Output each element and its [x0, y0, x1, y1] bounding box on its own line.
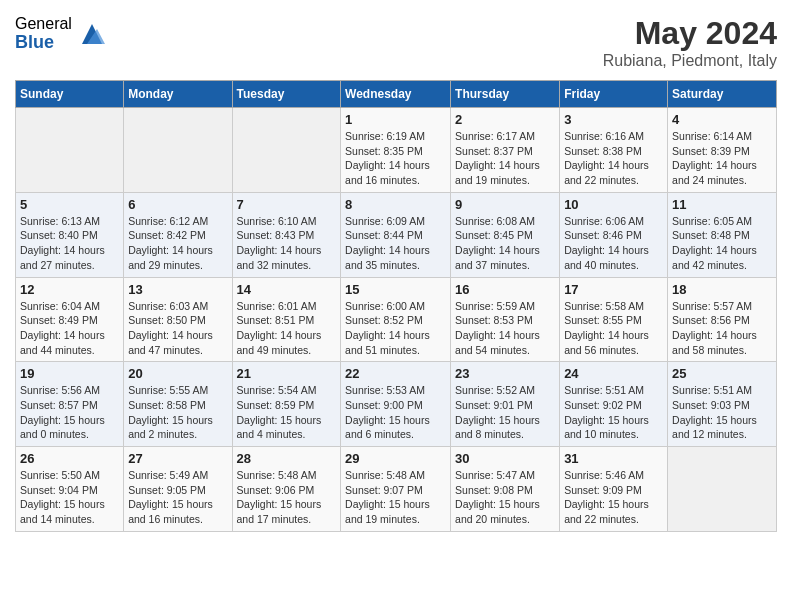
calendar-cell: 14Sunrise: 6:01 AMSunset: 8:51 PMDayligh…: [232, 277, 341, 362]
weekday-header-wednesday: Wednesday: [341, 81, 451, 108]
calendar-cell: 11Sunrise: 6:05 AMSunset: 8:48 PMDayligh…: [668, 192, 777, 277]
calendar-cell: 5Sunrise: 6:13 AMSunset: 8:40 PMDaylight…: [16, 192, 124, 277]
day-number: 1: [345, 112, 446, 127]
day-info: Sunrise: 6:04 AMSunset: 8:49 PMDaylight:…: [20, 299, 119, 358]
weekday-header-friday: Friday: [560, 81, 668, 108]
calendar-cell: 24Sunrise: 5:51 AMSunset: 9:02 PMDayligh…: [560, 362, 668, 447]
calendar-week-4: 19Sunrise: 5:56 AMSunset: 8:57 PMDayligh…: [16, 362, 777, 447]
day-info: Sunrise: 5:52 AMSunset: 9:01 PMDaylight:…: [455, 383, 555, 442]
day-number: 27: [128, 451, 227, 466]
day-number: 13: [128, 282, 227, 297]
calendar-cell: 31Sunrise: 5:46 AMSunset: 9:09 PMDayligh…: [560, 447, 668, 532]
day-info: Sunrise: 6:05 AMSunset: 8:48 PMDaylight:…: [672, 214, 772, 273]
calendar-cell: 16Sunrise: 5:59 AMSunset: 8:53 PMDayligh…: [451, 277, 560, 362]
day-info: Sunrise: 5:51 AMSunset: 9:02 PMDaylight:…: [564, 383, 663, 442]
day-info: Sunrise: 6:08 AMSunset: 8:45 PMDaylight:…: [455, 214, 555, 273]
day-number: 3: [564, 112, 663, 127]
day-info: Sunrise: 6:01 AMSunset: 8:51 PMDaylight:…: [237, 299, 337, 358]
day-number: 17: [564, 282, 663, 297]
day-number: 10: [564, 197, 663, 212]
day-info: Sunrise: 5:48 AMSunset: 9:07 PMDaylight:…: [345, 468, 446, 527]
calendar-cell: 20Sunrise: 5:55 AMSunset: 8:58 PMDayligh…: [124, 362, 232, 447]
calendar-cell: 13Sunrise: 6:03 AMSunset: 8:50 PMDayligh…: [124, 277, 232, 362]
day-number: 25: [672, 366, 772, 381]
day-number: 8: [345, 197, 446, 212]
day-number: 5: [20, 197, 119, 212]
subtitle: Rubiana, Piedmont, Italy: [603, 52, 777, 70]
calendar-cell: 1Sunrise: 6:19 AMSunset: 8:35 PMDaylight…: [341, 108, 451, 193]
calendar-cell: 12Sunrise: 6:04 AMSunset: 8:49 PMDayligh…: [16, 277, 124, 362]
calendar-cell: 23Sunrise: 5:52 AMSunset: 9:01 PMDayligh…: [451, 362, 560, 447]
calendar-cell: 3Sunrise: 6:16 AMSunset: 8:38 PMDaylight…: [560, 108, 668, 193]
day-number: 22: [345, 366, 446, 381]
calendar-cell: 27Sunrise: 5:49 AMSunset: 9:05 PMDayligh…: [124, 447, 232, 532]
weekday-header-row: SundayMondayTuesdayWednesdayThursdayFrid…: [16, 81, 777, 108]
logo: General Blue: [15, 15, 107, 52]
day-number: 18: [672, 282, 772, 297]
calendar-cell: 4Sunrise: 6:14 AMSunset: 8:39 PMDaylight…: [668, 108, 777, 193]
weekday-header-thursday: Thursday: [451, 81, 560, 108]
day-info: Sunrise: 6:12 AMSunset: 8:42 PMDaylight:…: [128, 214, 227, 273]
day-info: Sunrise: 6:00 AMSunset: 8:52 PMDaylight:…: [345, 299, 446, 358]
logo-icon: [77, 19, 107, 49]
calendar-week-5: 26Sunrise: 5:50 AMSunset: 9:04 PMDayligh…: [16, 447, 777, 532]
day-number: 2: [455, 112, 555, 127]
calendar-cell: 22Sunrise: 5:53 AMSunset: 9:00 PMDayligh…: [341, 362, 451, 447]
day-number: 21: [237, 366, 337, 381]
calendar-cell: [124, 108, 232, 193]
calendar-cell: [16, 108, 124, 193]
calendar-cell: 17Sunrise: 5:58 AMSunset: 8:55 PMDayligh…: [560, 277, 668, 362]
day-number: 23: [455, 366, 555, 381]
calendar-cell: 10Sunrise: 6:06 AMSunset: 8:46 PMDayligh…: [560, 192, 668, 277]
day-number: 24: [564, 366, 663, 381]
calendar-cell: 29Sunrise: 5:48 AMSunset: 9:07 PMDayligh…: [341, 447, 451, 532]
calendar-table: SundayMondayTuesdayWednesdayThursdayFrid…: [15, 80, 777, 532]
calendar-cell: 19Sunrise: 5:56 AMSunset: 8:57 PMDayligh…: [16, 362, 124, 447]
day-number: 9: [455, 197, 555, 212]
day-info: Sunrise: 6:10 AMSunset: 8:43 PMDaylight:…: [237, 214, 337, 273]
calendar-cell: 30Sunrise: 5:47 AMSunset: 9:08 PMDayligh…: [451, 447, 560, 532]
day-number: 4: [672, 112, 772, 127]
day-number: 26: [20, 451, 119, 466]
calendar-cell: 21Sunrise: 5:54 AMSunset: 8:59 PMDayligh…: [232, 362, 341, 447]
weekday-header-sunday: Sunday: [16, 81, 124, 108]
day-info: Sunrise: 6:09 AMSunset: 8:44 PMDaylight:…: [345, 214, 446, 273]
day-info: Sunrise: 6:19 AMSunset: 8:35 PMDaylight:…: [345, 129, 446, 188]
weekday-header-tuesday: Tuesday: [232, 81, 341, 108]
day-info: Sunrise: 5:46 AMSunset: 9:09 PMDaylight:…: [564, 468, 663, 527]
day-number: 31: [564, 451, 663, 466]
calendar-cell: 8Sunrise: 6:09 AMSunset: 8:44 PMDaylight…: [341, 192, 451, 277]
day-number: 16: [455, 282, 555, 297]
day-info: Sunrise: 5:59 AMSunset: 8:53 PMDaylight:…: [455, 299, 555, 358]
weekday-header-saturday: Saturday: [668, 81, 777, 108]
calendar-cell: 26Sunrise: 5:50 AMSunset: 9:04 PMDayligh…: [16, 447, 124, 532]
day-info: Sunrise: 5:50 AMSunset: 9:04 PMDaylight:…: [20, 468, 119, 527]
day-number: 30: [455, 451, 555, 466]
calendar-cell: 18Sunrise: 5:57 AMSunset: 8:56 PMDayligh…: [668, 277, 777, 362]
weekday-header-monday: Monday: [124, 81, 232, 108]
day-info: Sunrise: 5:53 AMSunset: 9:00 PMDaylight:…: [345, 383, 446, 442]
title-block: May 2024 Rubiana, Piedmont, Italy: [603, 15, 777, 70]
day-info: Sunrise: 5:56 AMSunset: 8:57 PMDaylight:…: [20, 383, 119, 442]
day-number: 7: [237, 197, 337, 212]
calendar-cell: 15Sunrise: 6:00 AMSunset: 8:52 PMDayligh…: [341, 277, 451, 362]
calendar-cell: 6Sunrise: 6:12 AMSunset: 8:42 PMDaylight…: [124, 192, 232, 277]
day-number: 29: [345, 451, 446, 466]
day-number: 11: [672, 197, 772, 212]
calendar-week-2: 5Sunrise: 6:13 AMSunset: 8:40 PMDaylight…: [16, 192, 777, 277]
day-info: Sunrise: 6:17 AMSunset: 8:37 PMDaylight:…: [455, 129, 555, 188]
day-number: 15: [345, 282, 446, 297]
day-number: 12: [20, 282, 119, 297]
logo-general: General: [15, 15, 72, 33]
calendar-week-3: 12Sunrise: 6:04 AMSunset: 8:49 PMDayligh…: [16, 277, 777, 362]
day-info: Sunrise: 5:51 AMSunset: 9:03 PMDaylight:…: [672, 383, 772, 442]
calendar-cell: 9Sunrise: 6:08 AMSunset: 8:45 PMDaylight…: [451, 192, 560, 277]
day-info: Sunrise: 6:13 AMSunset: 8:40 PMDaylight:…: [20, 214, 119, 273]
calendar-week-1: 1Sunrise: 6:19 AMSunset: 8:35 PMDaylight…: [16, 108, 777, 193]
page-header: General Blue May 2024 Rubiana, Piedmont,…: [15, 15, 777, 70]
day-info: Sunrise: 6:14 AMSunset: 8:39 PMDaylight:…: [672, 129, 772, 188]
calendar-cell: 28Sunrise: 5:48 AMSunset: 9:06 PMDayligh…: [232, 447, 341, 532]
day-number: 28: [237, 451, 337, 466]
calendar-cell: 25Sunrise: 5:51 AMSunset: 9:03 PMDayligh…: [668, 362, 777, 447]
day-info: Sunrise: 5:54 AMSunset: 8:59 PMDaylight:…: [237, 383, 337, 442]
